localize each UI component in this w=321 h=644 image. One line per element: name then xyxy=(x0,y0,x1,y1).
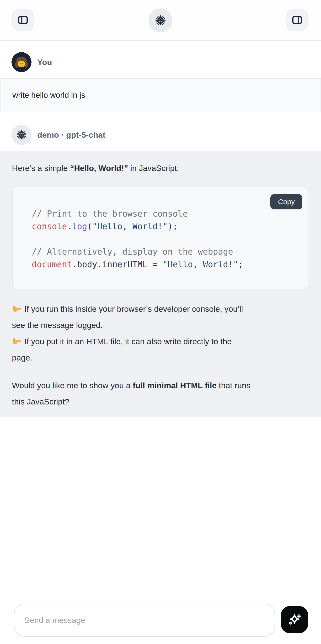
message-input[interactable] xyxy=(14,604,275,636)
assistant-intro-paragraph: Here’s a simple “Hello, World!” in JavaS… xyxy=(12,160,311,176)
bullet-text: see the message logged. xyxy=(12,317,103,333)
question-line: this JavaScript? xyxy=(12,394,311,410)
code-token: . xyxy=(67,222,72,231)
code-token: ( xyxy=(87,222,92,231)
copy-code-button[interactable]: Copy xyxy=(270,194,302,210)
right-sidebar-toggle-button[interactable] xyxy=(286,9,309,31)
bullet-line-wrap: see the message logged. xyxy=(12,317,311,333)
intro-text-post: in JavaScript: xyxy=(128,164,179,172)
code-token: document xyxy=(32,260,72,269)
intro-bold-text: “Hello, World!” xyxy=(70,164,128,172)
starburst-icon xyxy=(155,14,166,26)
question-bold-text: full minimal HTML file xyxy=(133,381,217,390)
code-string: "Hello, World!" xyxy=(92,222,168,231)
user-message: write hello world in js xyxy=(0,78,321,112)
code-comment: // Print to the browser console xyxy=(32,209,188,218)
user-sender-label: You xyxy=(37,58,52,67)
code-token: log xyxy=(72,222,87,231)
code-comment: // Alternatively, display on the webpage xyxy=(32,247,233,256)
user-message-header: You xyxy=(11,52,52,72)
assistant-bullets-paragraph: If you run this inside your browser’s de… xyxy=(12,301,311,366)
question-text-post: that runs xyxy=(217,381,251,390)
bullet-line: If you put it in an HTML file, it can al… xyxy=(12,333,311,350)
question-text: Would you like me to show you a xyxy=(12,381,133,390)
assistant-message: Here’s a simple “Hello, World!” in JavaS… xyxy=(0,151,321,417)
user-avatar xyxy=(11,52,31,72)
starburst-icon xyxy=(16,129,27,140)
bullet-line: If you run this inside your browser’s de… xyxy=(12,301,311,317)
app-logo-button[interactable] xyxy=(149,8,172,32)
bullet-text: page. xyxy=(12,350,32,366)
assistant-message-header: demo · gpt-5-chat xyxy=(11,125,105,145)
bullet-text: If you run this inside your browser’s de… xyxy=(24,301,243,317)
question-line: Would you like me to show you a full min… xyxy=(12,377,311,394)
code-token: .body.innerHTML = xyxy=(72,260,163,269)
panel-left-icon xyxy=(17,14,29,26)
pointing-right-emoji xyxy=(12,336,21,346)
intro-text: Here’s a simple xyxy=(12,164,70,172)
top-bar xyxy=(0,0,321,41)
code-blank-line xyxy=(32,233,243,246)
assistant-avatar xyxy=(11,125,31,145)
bullet-line-wrap: page. xyxy=(12,350,311,366)
bullet-text: If you put it in an HTML file, it can al… xyxy=(24,333,232,350)
assistant-question-paragraph: Would you like me to show you a full min… xyxy=(12,377,311,410)
panel-right-icon xyxy=(291,14,303,26)
chat-app: You write hello world in js demo xyxy=(0,0,321,644)
code-block: Copy // Print to the browser console con… xyxy=(12,187,308,289)
assistant-sender-label: demo · gpt-5-chat xyxy=(37,130,105,140)
code-token: console xyxy=(32,222,67,231)
code-content: // Print to the browser console console.… xyxy=(32,208,243,271)
send-button[interactable] xyxy=(281,606,308,633)
pointing-right-emoji xyxy=(12,304,21,314)
code-string: "Hello, World!" xyxy=(163,260,238,269)
sparkle-icon xyxy=(288,613,302,626)
code-token: ; xyxy=(238,260,243,269)
composer-bar xyxy=(0,597,321,644)
left-sidebar-toggle-button[interactable] xyxy=(11,9,34,31)
person-emoji-icon xyxy=(11,52,31,72)
code-token: ); xyxy=(168,222,178,231)
user-message-text: write hello world in js xyxy=(12,90,85,100)
